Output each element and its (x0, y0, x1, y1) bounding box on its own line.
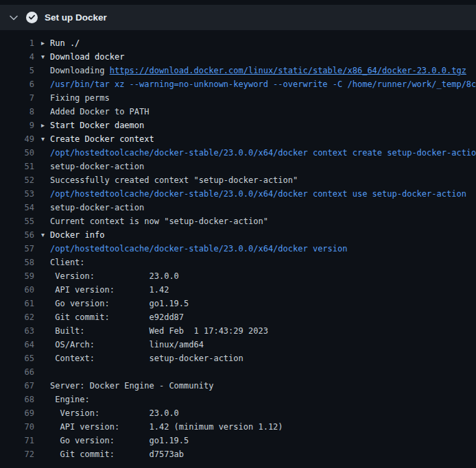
group-collapse-icon[interactable]: ▾ (41, 132, 50, 146)
log-plain-text: Context: setup-docker-action (50, 354, 243, 363)
log-text: /usr/bin/tar xz --warning=no-unknown-key… (50, 77, 476, 91)
log-plain-text: Fixing perms (50, 93, 110, 103)
line-number[interactable]: 5 (0, 64, 34, 77)
log-plain-text: API version: 1.42 (50, 285, 169, 295)
log-link[interactable]: https://download.docker.com/linux/static… (110, 66, 466, 75)
log-line: 59 Version: 23.0.0 (0, 269, 476, 283)
line-number[interactable]: 8 (0, 105, 34, 119)
marker-spacer (41, 173, 50, 187)
log-line: 53/opt/hostedtoolcache/docker-stable/23.… (0, 187, 476, 201)
line-number[interactable]: 7 (0, 91, 34, 105)
log-text: setup-docker-action (50, 160, 476, 173)
log-group-line[interactable]: 4▾Download docker (0, 50, 476, 64)
log-line: 7Fixing perms (0, 91, 476, 105)
line-number[interactable]: 53 (0, 187, 34, 201)
line-number[interactable]: 50 (0, 146, 34, 160)
line-number[interactable]: 64 (0, 338, 34, 352)
marker-spacer (41, 64, 50, 77)
line-number[interactable]: 68 (0, 393, 34, 406)
marker-spacer (41, 352, 50, 365)
log-text: OS/Arch: linux/amd64 (50, 338, 476, 352)
log-plain-text: Built: Wed Feb 1 17:43:29 2023 (50, 326, 268, 336)
line-number[interactable]: 57 (0, 242, 34, 256)
line-number[interactable]: 54 (0, 201, 34, 214)
log-text: Built: Wed Feb 1 17:43:29 2023 (50, 324, 476, 338)
log-line: 65 Context: setup-docker-action (0, 352, 476, 365)
line-number[interactable]: 9 (0, 119, 34, 132)
log-group-line[interactable]: 1▸Run ./ (0, 36, 476, 50)
line-number[interactable]: 55 (0, 214, 34, 228)
log-command-text: /opt/hostedtoolcache/docker-stable/23.0.… (50, 189, 466, 199)
log-line: 71 Go version: go1.19.5 (0, 434, 476, 447)
log-plain-text: Version: 23.0.0 (50, 271, 179, 281)
log-text: /opt/hostedtoolcache/docker-stable/23.0.… (50, 242, 476, 256)
marker-spacer (41, 146, 50, 160)
line-number[interactable]: 70 (0, 420, 34, 434)
log-plain-text: Added Docker to PATH (50, 107, 150, 116)
line-number[interactable]: 58 (0, 256, 34, 269)
log-text: Added Docker to PATH (50, 105, 476, 119)
log-line: 67Server: Docker Engine - Community (0, 379, 476, 393)
group-expand-icon[interactable]: ▸ (41, 119, 50, 132)
line-number[interactable]: 61 (0, 297, 34, 310)
line-number[interactable]: 56 (0, 228, 34, 242)
line-number[interactable]: 67 (0, 379, 34, 393)
log-group-line[interactable]: 9▸Start Docker daemon (0, 119, 476, 132)
log-line: 68 Engine: (0, 393, 476, 406)
log-text: Current context is now "setup-docker-act… (50, 214, 476, 228)
group-collapse-icon[interactable]: ▾ (41, 50, 50, 64)
log-group-line[interactable]: 49▾Create Docker context (0, 132, 476, 146)
line-number[interactable]: 52 (0, 173, 34, 187)
marker-spacer (41, 242, 50, 256)
line-number[interactable]: 71 (0, 434, 34, 447)
line-number[interactable]: 65 (0, 352, 34, 365)
line-number[interactable]: 1 (0, 36, 34, 50)
group-expand-icon[interactable]: ▸ (41, 36, 50, 50)
group-collapse-icon[interactable]: ▾ (41, 228, 50, 242)
log-plain-text: API version: 1.42 (minimum version 1.12) (50, 422, 283, 432)
line-number[interactable]: 72 (0, 447, 34, 461)
line-number[interactable]: 60 (0, 283, 34, 297)
log-line: 69 Version: 23.0.0 (0, 406, 476, 420)
log-text: API version: 1.42 (50, 283, 476, 297)
chevron-down-icon[interactable] (10, 15, 18, 21)
log-text: Git commit: d7573ab (50, 447, 476, 461)
log-plain-text: Git commit: e92dd87 (50, 312, 184, 322)
log-text: Fixing perms (50, 91, 476, 105)
log-plain-text: Engine: (50, 395, 90, 404)
line-number[interactable]: 49 (0, 132, 34, 146)
log-plain-text: Go version: go1.19.5 (50, 436, 189, 445)
line-number[interactable]: 69 (0, 406, 34, 420)
marker-spacer (41, 420, 50, 434)
log-text: Download docker (50, 50, 476, 64)
line-number[interactable]: 63 (0, 324, 34, 338)
log-plain-text: OS/Arch: linux/amd64 (50, 340, 204, 349)
marker-spacer (41, 310, 50, 324)
log-line: 8Added Docker to PATH (0, 105, 476, 119)
log-line: 61 Go version: go1.19.5 (0, 297, 476, 310)
step-header[interactable]: Set up Docker (0, 5, 476, 30)
log-text: Downloading https://download.docker.com/… (50, 64, 476, 77)
log-plain-text: setup-docker-action (50, 162, 144, 171)
line-number[interactable]: 6 (0, 77, 34, 91)
marker-spacer (41, 214, 50, 228)
log-group-line[interactable]: 56▾Docker info (0, 228, 476, 242)
log-text: Engine: (50, 393, 476, 406)
log-line: 63 Built: Wed Feb 1 17:43:29 2023 (0, 324, 476, 338)
log-plain-text: Current context is now "setup-docker-act… (50, 217, 268, 226)
line-number[interactable]: 62 (0, 310, 34, 324)
marker-spacer (41, 365, 50, 379)
step-title: Set up Docker (45, 12, 107, 23)
log-line: 6/usr/bin/tar xz --warning=no-unknown-ke… (0, 77, 476, 91)
line-number[interactable]: 51 (0, 160, 34, 173)
marker-spacer (41, 379, 50, 393)
line-number[interactable]: 59 (0, 269, 34, 283)
log-text: Docker info (50, 228, 476, 242)
log-text: Create Docker context (50, 132, 476, 146)
marker-spacer (41, 338, 50, 352)
log-line: 50/opt/hostedtoolcache/docker-stable/23.… (0, 146, 476, 160)
log-plain-text: Download docker (50, 52, 124, 62)
line-number[interactable]: 66 (0, 365, 34, 379)
check-circle-icon (26, 12, 38, 23)
line-number[interactable]: 4 (0, 50, 34, 64)
